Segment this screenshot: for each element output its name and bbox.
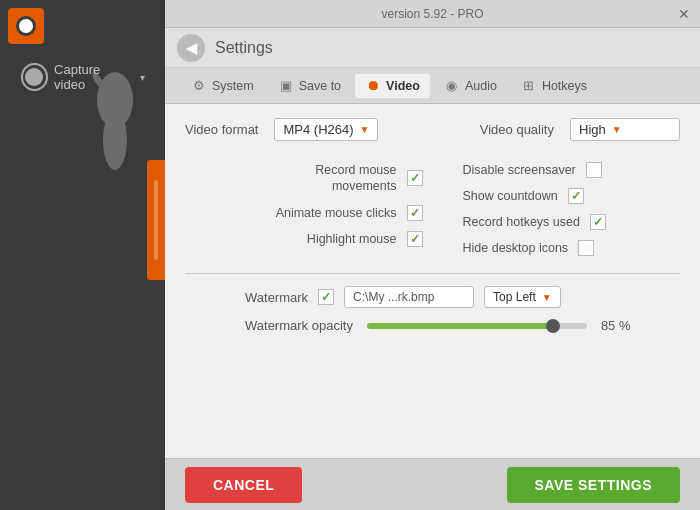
system-icon: ⚙ [191,78,207,94]
opacity-slider-thumb[interactable] [546,319,560,333]
watermark-position-dropdown[interactable]: Top Left ▼ [484,286,561,308]
tab-hotkeys-label: Hotkeys [542,79,587,93]
options-grid: Record mousemovements Animate mouse clic… [185,157,680,261]
right-options: Disable screensaver Show countdown Recor… [433,157,681,261]
header-title: Settings [215,39,273,57]
highlight-mouse-label: Highlight mouse [307,232,397,246]
watermark-label: Watermark [245,290,308,305]
format-quality-row: Video format MP4 (H264) ▼ Video quality … [185,118,680,141]
tab-audio-label: Audio [465,79,497,93]
hide-desktop-checkbox[interactable] [578,240,594,256]
tab-save-to[interactable]: ▣ Save to [268,74,351,98]
opacity-slider[interactable] [367,323,587,329]
tab-system-label: System [212,79,254,93]
hotkeys-icon: ⊞ [521,78,537,94]
tab-video[interactable]: ⏺ Video [355,74,430,98]
tab-audio[interactable]: ◉ Audio [434,74,507,98]
option-record-hotkeys: Record hotkeys used [433,209,681,235]
animate-mouse-label: Animate mouse clicks [276,206,397,220]
watermark-pos-arrow-icon: ▼ [542,292,552,303]
sidebar: Capture video ▾ [0,0,165,510]
option-disable-screensaver: Disable screensaver [433,157,681,183]
save-settings-button[interactable]: SAVE SETTINGS [507,467,680,503]
titlebar: version 5.92 - PRO ✕ [165,0,700,28]
record-mouse-checkbox[interactable] [407,170,423,186]
video-quality-value: High [579,122,606,137]
divider [185,273,680,274]
tab-hotkeys[interactable]: ⊞ Hotkeys [511,74,597,98]
tab-video-label: Video [386,79,420,93]
video-icon: ⏺ [365,78,381,94]
option-highlight-mouse: Highlight mouse [185,226,433,252]
tab-save-to-label: Save to [299,79,341,93]
record-mouse-label: Record mousemovements [315,162,396,195]
record-hotkeys-label: Record hotkeys used [463,215,580,229]
app-logo [8,8,44,44]
audio-icon: ◉ [444,78,460,94]
video-settings-content: Video format MP4 (H264) ▼ Video quality … [165,104,700,458]
record-hotkeys-checkbox[interactable] [590,214,606,230]
format-dropdown-arrow-icon: ▼ [360,124,370,135]
logo-inner [16,16,36,36]
show-countdown-label: Show countdown [463,189,558,203]
video-format-dropdown[interactable]: MP4 (H264) ▼ [274,118,378,141]
option-hide-desktop: Hide desktop icons [433,235,681,261]
disable-screensaver-label: Disable screensaver [463,163,576,177]
watermark-path-display: C:\My ...rk.bmp [344,286,474,308]
sidebar-decoration [147,160,165,280]
highlight-mouse-checkbox[interactable] [407,231,423,247]
back-icon: ◀ [186,40,197,56]
video-format-value: MP4 (H264) [283,122,353,137]
bottom-bar: CANCEL SAVE SETTINGS [165,458,700,510]
tab-system[interactable]: ⚙ System [181,74,264,98]
back-button[interactable]: ◀ [177,34,205,62]
option-record-mouse: Record mousemovements [185,157,433,200]
svg-point-1 [103,110,127,170]
close-button[interactable]: ✕ [676,6,692,22]
watermark-checkbox[interactable] [318,289,334,305]
capture-dot [25,68,43,86]
save-to-icon: ▣ [278,78,294,94]
video-format-label: Video format [185,122,258,137]
video-quality-label: Video quality [480,122,554,137]
main-content: version 5.92 - PRO ✕ ◀ Settings ⚙ System… [165,0,700,510]
disable-screensaver-checkbox[interactable] [586,162,602,178]
option-show-countdown: Show countdown [433,183,681,209]
version-text: version 5.92 - PRO [381,7,483,21]
settings-tabs: ⚙ System ▣ Save to ⏺ Video ◉ Audio ⊞ Hot… [165,68,700,104]
watermark-row: Watermark C:\My ...rk.bmp Top Left ▼ [185,286,680,308]
quality-dropdown-arrow-icon: ▼ [612,124,622,135]
watermark-position-value: Top Left [493,290,536,304]
brand-bird-icon [85,60,145,180]
hide-desktop-label: Hide desktop icons [463,241,569,255]
settings-header: ◀ Settings [165,28,700,68]
video-quality-dropdown[interactable]: High ▼ [570,118,680,141]
capture-circle [21,63,49,91]
opacity-value: 85 % [601,318,636,333]
opacity-row: Watermark opacity 85 % [245,318,680,333]
left-options: Record mousemovements Animate mouse clic… [185,157,433,261]
show-countdown-checkbox[interactable] [568,188,584,204]
option-animate-mouse: Animate mouse clicks [185,200,433,226]
animate-mouse-checkbox[interactable] [407,205,423,221]
opacity-label: Watermark opacity [245,318,353,333]
app-window: Capture video ▾ version 5.92 - PRO ✕ ◀ S… [0,0,700,510]
cancel-button[interactable]: CANCEL [185,467,302,503]
